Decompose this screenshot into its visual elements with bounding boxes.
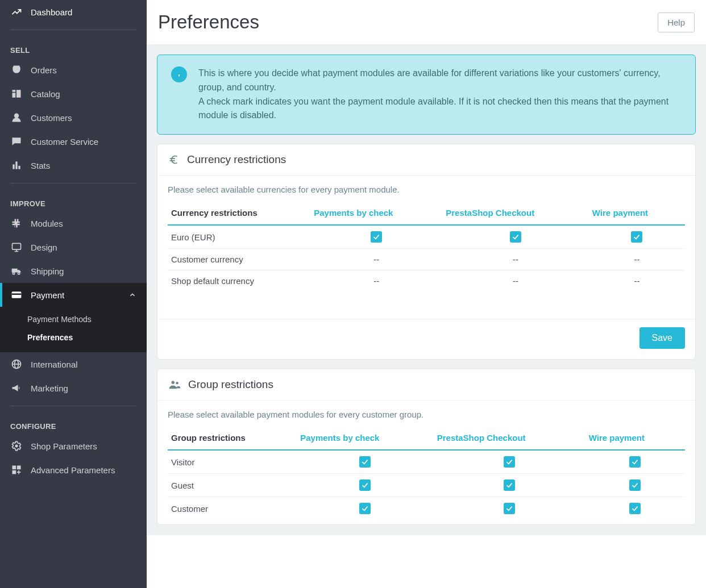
svg-point-22	[172, 381, 175, 385]
euro-icon	[168, 153, 180, 166]
svg-rect-17	[13, 470, 16, 474]
svg-point-8	[18, 273, 20, 274]
module-column-prestashop-checkout[interactable]: PrestaShop Checkout	[434, 427, 585, 450]
checkbox-checked[interactable]	[504, 503, 515, 514]
divider	[10, 406, 136, 406]
table-row: Shop default currency------	[168, 270, 685, 292]
save-button[interactable]: Save	[639, 327, 685, 349]
restriction-cell	[585, 497, 685, 520]
sidebar-item-label: Shop Parameters	[31, 441, 97, 451]
not-applicable: --	[373, 276, 379, 286]
globe-icon	[10, 358, 23, 370]
sidebar-item-modules[interactable]: Modules	[0, 211, 147, 235]
sidebar-subitem-payment-methods[interactable]: Payment Methods	[27, 310, 147, 328]
card-hint: Please select available payment modules …	[168, 410, 685, 419]
sidebar-item-catalog[interactable]: Catalog	[0, 82, 147, 106]
sidebar-item-shipping[interactable]: Shipping	[0, 259, 147, 283]
svg-rect-10	[12, 294, 22, 295]
sidebar-item-label: Customer Service	[31, 137, 98, 147]
checkbox-checked[interactable]	[371, 231, 382, 243]
sidebar-item-dashboard[interactable]: Dashboard	[0, 0, 147, 24]
restriction-cell	[585, 474, 685, 497]
sidebar-item-customers[interactable]: Customers	[0, 106, 147, 130]
person-icon	[10, 111, 23, 124]
sidebar-item-marketing[interactable]: Marketing	[0, 376, 147, 400]
credit-card-icon	[10, 289, 23, 301]
restriction-cell: --	[442, 270, 589, 292]
sidebar-item-stats[interactable]: Stats	[0, 153, 147, 177]
megaphone-icon	[10, 382, 23, 394]
checkbox-checked[interactable]	[629, 503, 641, 514]
sidebar-item-label: Payment	[31, 290, 64, 300]
divider	[10, 183, 136, 184]
bar-chart-icon	[10, 159, 23, 172]
restriction-cell	[297, 450, 434, 474]
svg-point-14	[15, 445, 18, 448]
sidebar-item-orders[interactable]: Orders	[0, 58, 147, 82]
restriction-cell: --	[442, 249, 589, 270]
divider	[10, 30, 136, 30]
gear-icon	[10, 440, 23, 452]
sidebar-item-label: Advanced Parameters	[31, 465, 115, 475]
main: Preferences Help This is where you decid…	[147, 0, 706, 588]
module-column-prestashop-checkout[interactable]: PrestaShop Checkout	[442, 202, 589, 225]
table-row: Visitor	[168, 450, 685, 474]
module-column-payments-by-check[interactable]: Payments by check	[297, 427, 434, 450]
not-applicable: --	[513, 255, 518, 264]
sidebar-item-customer-service[interactable]: Customer Service	[0, 130, 147, 153]
sidebar-item-international[interactable]: International	[0, 352, 147, 376]
sidebar-subitem-preferences[interactable]: Preferences	[27, 328, 147, 347]
table-row: Guest	[168, 474, 685, 497]
currency-restrictions-table: Currency restrictionsPayments by checkPr…	[168, 202, 685, 291]
module-column-wire-payment[interactable]: Wire payment	[585, 427, 685, 450]
sidebar-item-label: Modules	[31, 219, 63, 228]
sidebar-item-label: Marketing	[31, 383, 68, 393]
row-label: Visitor	[168, 450, 297, 474]
sidebar-item-shop-parameters[interactable]: Shop Parameters	[0, 434, 147, 458]
puzzle-icon	[10, 217, 23, 230]
checkbox-checked[interactable]	[631, 231, 642, 243]
truck-icon	[10, 265, 23, 277]
svg-rect-4	[13, 243, 21, 249]
row-label: Guest	[168, 474, 297, 497]
page-title: Preferences	[158, 11, 259, 33]
sidebar-item-label: Customers	[31, 113, 72, 123]
restriction-cell	[434, 474, 585, 497]
svg-point-0	[14, 114, 19, 118]
sidebar-item-label: Orders	[31, 65, 57, 75]
checkbox-checked[interactable]	[359, 456, 371, 468]
row-label-header: Currency restrictions	[168, 202, 310, 225]
restriction-cell: --	[310, 270, 442, 292]
module-column-wire-payment[interactable]: Wire payment	[589, 202, 685, 225]
restriction-cell	[434, 497, 585, 520]
info-line: A check mark indicates you want the paym…	[198, 95, 682, 123]
checkbox-checked[interactable]	[510, 231, 521, 243]
module-column-payments-by-check[interactable]: Payments by check	[310, 202, 442, 225]
basket-icon	[10, 64, 23, 76]
checkbox-checked[interactable]	[359, 503, 371, 514]
restriction-cell	[297, 497, 434, 520]
not-applicable: --	[373, 255, 379, 264]
card-title: Currency restrictions	[187, 153, 286, 166]
sidebar-section-improve: IMPROVE	[0, 189, 147, 211]
not-applicable: --	[634, 276, 639, 286]
sidebar-item-advanced-parameters[interactable]: Advanced Parameters	[0, 458, 147, 482]
sidebar-item-label: Dashboard	[31, 7, 72, 17]
checkbox-checked[interactable]	[504, 479, 515, 491]
content: This is where you decide what payment mo…	[147, 44, 706, 535]
checkbox-checked[interactable]	[629, 479, 641, 491]
sidebar-item-payment[interactable]: Payment	[0, 283, 147, 307]
info-line: This is where you decide what payment mo…	[198, 66, 682, 95]
restriction-cell: --	[310, 249, 442, 270]
restriction-cell	[297, 474, 434, 497]
checkbox-checked[interactable]	[359, 479, 371, 491]
sidebar-item-label: International	[31, 360, 78, 369]
trending-up-icon	[10, 6, 23, 18]
checkbox-checked[interactable]	[629, 456, 641, 468]
svg-rect-2	[15, 161, 17, 169]
row-label: Customer	[168, 497, 297, 520]
sidebar-item-design[interactable]: Design	[0, 235, 147, 259]
help-button[interactable]: Help	[658, 12, 695, 32]
not-applicable: --	[513, 276, 518, 286]
checkbox-checked[interactable]	[504, 456, 515, 468]
